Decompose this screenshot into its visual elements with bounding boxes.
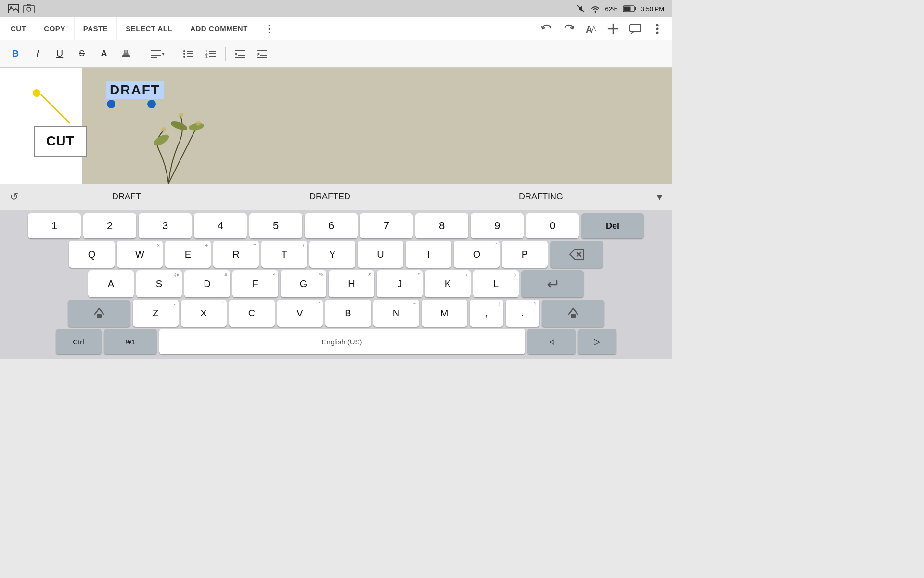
key-r[interactable]: R= [213, 241, 259, 268]
key-x[interactable]: X" [181, 300, 227, 327]
text-size-icon[interactable]: A A [584, 22, 598, 36]
toolbar-wrapper: CUT COPY PASTE SELECT ALL ADD COMMENT ⋮ … [0, 17, 672, 68]
select-all-button[interactable]: SELECT ALL [117, 17, 181, 40]
autocomplete-bar: ↺ DRAFT DRAFTED DRAFTING ▾ [0, 184, 672, 210]
key-3[interactable]: 3 [139, 213, 192, 238]
key-e[interactable]: E÷ [165, 241, 211, 268]
key-j[interactable]: J* [377, 270, 423, 297]
key-arrow-right[interactable]: ▷ [578, 329, 616, 354]
key-enter[interactable] [521, 270, 584, 297]
undo-icon[interactable] [540, 22, 553, 36]
svg-point-14 [656, 27, 659, 30]
align-button[interactable]: ▾ [146, 44, 169, 64]
text-color-button[interactable]: A [94, 44, 114, 64]
key-symbols[interactable]: !#1 [104, 329, 157, 354]
cut-callout-box: CUT [34, 126, 87, 157]
key-4[interactable]: 4 [194, 213, 247, 238]
suggestion-1[interactable]: DRAFT [106, 190, 147, 204]
indent-button[interactable] [253, 44, 272, 64]
qwerty-row: Q W× E÷ R= T/ Y U I O[ P [2, 241, 670, 268]
svg-line-47 [41, 94, 70, 123]
gallery-icon [8, 4, 19, 13]
key-backspace[interactable] [550, 241, 603, 268]
key-o[interactable]: O[ [454, 241, 500, 268]
copy-button[interactable]: COPY [35, 17, 75, 40]
svg-point-15 [656, 31, 659, 34]
more-options-button[interactable]: ⋮ [257, 17, 281, 40]
svg-point-46 [196, 121, 201, 126]
key-q[interactable]: Q [69, 241, 115, 268]
key-y[interactable]: Y [309, 241, 355, 268]
key-8[interactable]: 8 [415, 213, 468, 238]
key-6[interactable]: 6 [305, 213, 358, 238]
cut-button[interactable]: CUT [2, 17, 35, 40]
key-n[interactable]: N~ [373, 300, 419, 327]
key-f[interactable]: F$ [232, 270, 278, 297]
highlight-button[interactable] [116, 44, 136, 64]
add-comment-button[interactable]: ADD COMMENT [181, 17, 257, 40]
strikethrough-button[interactable]: S [72, 44, 91, 64]
mute-icon [577, 4, 585, 13]
key-t[interactable]: T/ [261, 241, 307, 268]
key-m[interactable]: M [422, 300, 467, 327]
key-shift-right[interactable] [542, 300, 604, 327]
key-c[interactable]: C [229, 300, 275, 327]
redo-icon[interactable] [562, 22, 576, 36]
svg-point-23 [183, 56, 185, 58]
indent-icon [257, 49, 268, 59]
key-h[interactable]: H& [329, 270, 374, 297]
key-l[interactable]: L) [473, 270, 519, 297]
asdf-row: A! S@ D# F$ G% H& J* K( L) [2, 270, 670, 297]
outdent-button[interactable] [231, 44, 250, 64]
key-7[interactable]: 7 [360, 213, 413, 238]
selection-handle-right [147, 100, 156, 108]
key-g[interactable]: G% [281, 270, 326, 297]
key-s[interactable]: S@ [136, 270, 182, 297]
key-2[interactable]: 2 [83, 213, 136, 238]
key-shift-left[interactable] [68, 300, 130, 327]
key-a[interactable]: A! [88, 270, 134, 297]
key-i[interactable]: I [406, 241, 451, 268]
svg-point-44 [161, 127, 166, 132]
autocomplete-expand-icon[interactable]: ▾ [657, 191, 662, 203]
separator3 [225, 47, 226, 61]
autocomplete-rotate-icon[interactable]: ↺ [10, 191, 18, 203]
context-menu-bar: CUT COPY PASTE SELECT ALL ADD COMMENT ⋮ … [0, 17, 672, 40]
callout-dot [33, 89, 40, 97]
key-arrow-left[interactable]: ◁ [527, 329, 576, 354]
shift-right-icon [566, 306, 580, 320]
key-period[interactable]: .? [506, 300, 539, 327]
key-space[interactable]: English (US) [159, 329, 525, 354]
add-icon[interactable] [606, 22, 620, 36]
key-del[interactable]: Del [581, 213, 644, 238]
key-5[interactable]: 5 [249, 213, 302, 238]
key-v[interactable]: V' [277, 300, 323, 327]
suggestion-2[interactable]: DRAFTED [304, 190, 356, 204]
italic-button[interactable]: I [28, 44, 47, 64]
key-p[interactable]: P [502, 241, 548, 268]
separator2 [174, 47, 174, 61]
key-b[interactable]: B [325, 300, 371, 327]
bold-button[interactable]: B [6, 44, 25, 64]
format-toolbar: B I U S A ▾ [0, 40, 672, 67]
key-w[interactable]: W× [117, 241, 163, 268]
numbered-list-button[interactable]: 1. 2. 3. [201, 44, 220, 64]
svg-point-22 [183, 53, 185, 55]
underline-button[interactable]: U [50, 44, 69, 64]
key-1[interactable]: 1 [28, 213, 81, 238]
key-d[interactable]: D# [184, 270, 230, 297]
key-ctrl[interactable]: Ctrl [56, 329, 102, 354]
suggestion-3[interactable]: DRAFTING [513, 190, 569, 204]
backspace-icon [569, 248, 584, 261]
key-0[interactable]: 0 [526, 213, 579, 238]
bullet-list-button[interactable] [179, 44, 198, 64]
callout-line [36, 92, 94, 131]
key-9[interactable]: 9 [471, 213, 524, 238]
key-k[interactable]: K( [425, 270, 471, 297]
key-comma[interactable]: ,! [470, 300, 503, 327]
more-vertical-icon[interactable] [651, 22, 664, 36]
key-u[interactable]: U [358, 241, 403, 268]
key-z[interactable]: Z- [133, 300, 179, 327]
paste-button[interactable]: PASTE [75, 17, 117, 40]
comment-icon[interactable] [629, 22, 642, 36]
